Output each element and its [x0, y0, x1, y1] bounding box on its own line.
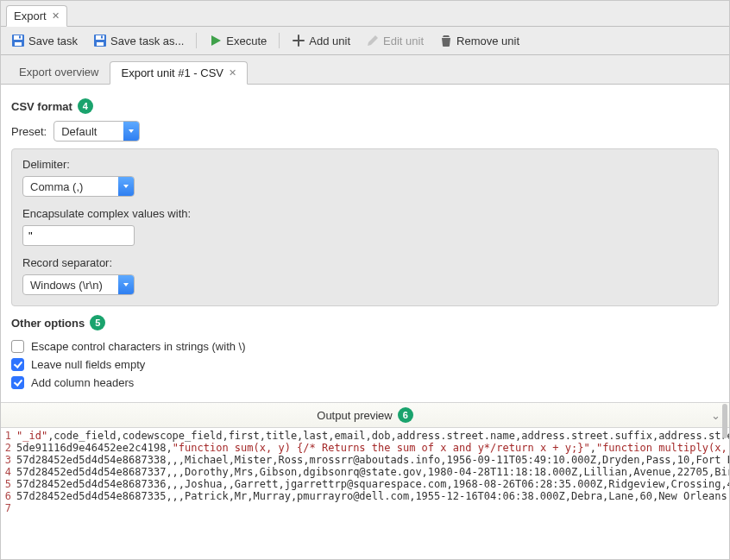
- svg-rect-7: [101, 36, 103, 39]
- chevron-down-icon: [118, 275, 134, 294]
- csv-format-fieldset: Delimiter: Comma (,) Encapsulate complex…: [11, 148, 719, 306]
- trash-icon: [439, 34, 453, 47]
- close-icon[interactable]: ✕: [229, 67, 236, 79]
- checkbox-checked-icon: [11, 358, 24, 371]
- code-line: 25de91116d9e46452ee2c4198,"function sum(…: [1, 442, 729, 454]
- save-task-button[interactable]: Save task: [8, 32, 81, 49]
- svg-rect-5: [96, 35, 104, 40]
- line-number: 6: [1, 490, 16, 502]
- option-leave-null-empty[interactable]: Leave null fields empty: [11, 356, 719, 374]
- line-number: 5: [1, 478, 16, 490]
- line-number: 3: [1, 454, 16, 466]
- toolbar-separator: [279, 33, 280, 48]
- option-label: Leave null fields empty: [31, 358, 145, 371]
- step-badge-5: 5: [90, 315, 105, 330]
- svg-rect-1: [14, 35, 22, 40]
- add-unit-button[interactable]: Add unit: [288, 32, 354, 49]
- svg-marker-8: [211, 35, 221, 46]
- record-separator-select[interactable]: Windows (\r\n): [22, 274, 135, 295]
- code-text: 57d28452ed5d4d54e8687335,,,Patrick,Mr,Mu…: [16, 490, 729, 502]
- tab-label: Export unit #1 - CSV: [121, 66, 223, 79]
- line-number: 4: [1, 466, 16, 478]
- preset-row: Preset: Default: [11, 121, 719, 142]
- svg-rect-6: [97, 42, 104, 46]
- line-number: 7: [1, 502, 16, 514]
- checkbox-checked-icon: [11, 376, 24, 389]
- code-line: 557d28452ed5d4d54e8687336,,,Joshua,,Garr…: [1, 478, 729, 490]
- code-line: 7: [1, 502, 729, 514]
- option-escape-control-chars[interactable]: Escape control characters in strings (wi…: [11, 337, 719, 356]
- step-badge-4: 4: [78, 98, 93, 114]
- svg-rect-2: [15, 42, 22, 46]
- floppy-icon: [11, 34, 25, 47]
- preset-select[interactable]: Default: [53, 121, 140, 142]
- svg-rect-3: [19, 36, 21, 39]
- code-line: 357d28452ed5d4d54e8687338,,,Michael,Mist…: [1, 454, 729, 466]
- preview-title: Output preview: [317, 409, 392, 422]
- remove-unit-button[interactable]: Remove unit: [436, 32, 523, 49]
- play-icon: [209, 34, 223, 47]
- subtabbar: Export overview Export unit #1 - CSV ✕: [1, 55, 729, 85]
- other-options-checklist: Escape control characters in strings (wi…: [11, 337, 719, 392]
- line-number: 1: [1, 430, 16, 442]
- code-line: 457d28452ed5d4d54e8687337,,,Dorothy,Mrs,…: [1, 466, 729, 478]
- code-line: 1"_id",code_field,codewscope_field,first…: [1, 430, 729, 442]
- option-label: Escape control characters in strings (wi…: [31, 340, 246, 353]
- edit-unit-button: Edit unit: [362, 32, 427, 49]
- code-text: 57d28452ed5d4d54e8687336,,,Joshua,,Garre…: [16, 478, 729, 490]
- checkbox-icon: [11, 340, 24, 353]
- close-icon[interactable]: ✕: [52, 10, 60, 22]
- option-add-column-headers[interactable]: Add column headers: [11, 374, 719, 392]
- code-text: "_id",code_field,codewscope_field,first,…: [16, 430, 729, 442]
- window-tabbar: Export ✕: [1, 1, 729, 27]
- chevron-down-icon: [118, 177, 134, 196]
- toolbar-separator: [196, 33, 197, 48]
- code-text: 57d28452ed5d4d54e8687338,,,Michael,Miste…: [16, 454, 729, 466]
- window-tab-export[interactable]: Export ✕: [6, 5, 67, 27]
- window-tab-label: Export: [14, 9, 47, 22]
- tab-label: Export overview: [19, 66, 98, 79]
- other-options-title: Other options 5: [11, 315, 719, 330]
- encapsulate-label: Encapsulate complex values with:: [22, 207, 708, 220]
- pencil-icon: [366, 34, 380, 47]
- scrollbar-thumb[interactable]: [722, 404, 727, 438]
- output-preview-body[interactable]: 1"_id",code_field,codewscope_field,first…: [1, 428, 729, 560]
- toolbar-label: Remove unit: [456, 35, 519, 47]
- output-preview-header[interactable]: Output preview 6 ⌄: [1, 402, 729, 428]
- content-panel: CSV format 4 Preset: Default Delimiter: …: [1, 85, 729, 560]
- save-task-as-button[interactable]: Save task as...: [90, 32, 187, 49]
- encapsulate-input[interactable]: [22, 225, 135, 246]
- option-label: Add column headers: [31, 376, 134, 389]
- toolbar-label: Save task: [28, 35, 78, 47]
- toolbar-label: Execute: [226, 35, 267, 47]
- plus-icon: [292, 34, 305, 47]
- step-badge-6: 6: [398, 407, 413, 423]
- section-title-text: Other options: [11, 317, 85, 330]
- chevron-down-icon: [123, 122, 139, 141]
- chevron-down-icon: ⌄: [711, 409, 721, 422]
- floppy-icon: [93, 34, 107, 47]
- toolbar-label: Save task as...: [110, 35, 184, 47]
- preset-label: Preset:: [11, 125, 47, 138]
- delimiter-label: Delimiter:: [22, 158, 708, 171]
- tab-export-overview[interactable]: Export overview: [8, 60, 110, 84]
- section-title-text: CSV format: [11, 100, 72, 113]
- execute-button[interactable]: Execute: [205, 32, 270, 49]
- line-number: 2: [1, 442, 16, 454]
- delimiter-select[interactable]: Comma (,): [22, 176, 135, 197]
- code-text: 57d28452ed5d4d54e8687337,,,Dorothy,Mrs,G…: [16, 466, 729, 478]
- toolbar-label: Add unit: [309, 35, 350, 47]
- select-value: Windows (\r\n): [30, 279, 118, 292]
- code-text: 5de91116d9e46452ee2c4198,"function sum(x…: [16, 442, 729, 454]
- toolbar: Save task Save task as... Execute Add un…: [1, 27, 729, 55]
- record-separator-label: Record separator:: [22, 256, 708, 269]
- select-value: Default: [61, 125, 112, 138]
- csv-format-title: CSV format 4: [11, 98, 719, 114]
- tab-export-unit-1[interactable]: Export unit #1 - CSV ✕: [110, 61, 248, 85]
- toolbar-label: Edit unit: [383, 35, 424, 47]
- code-line: 657d28452ed5d4d54e8687335,,,Patrick,Mr,M…: [1, 490, 729, 502]
- select-value: Comma (,): [30, 180, 98, 193]
